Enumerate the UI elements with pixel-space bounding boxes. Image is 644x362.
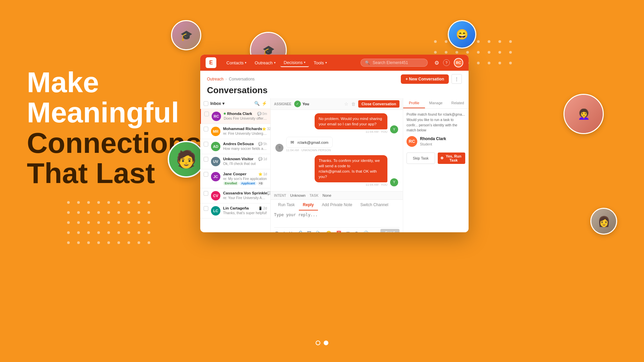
conv-body-6: Cassandra Von Sprinkle 💬 1d re: Your Fir… (223, 191, 267, 200)
dot-34 (138, 231, 140, 234)
conv-checkbox-6[interactable] (204, 191, 208, 196)
conv-checkbox-1[interactable] (204, 112, 209, 116)
conv-type-icon-6: 💬 (267, 191, 271, 195)
switch-channel-tab[interactable]: Switch Channel (356, 200, 392, 210)
breadcrumb-parent[interactable]: Outreach (207, 77, 223, 81)
bold-button[interactable]: B (274, 230, 280, 233)
emoji-button[interactable]: 😊 (325, 230, 333, 233)
conversation-item-4[interactable]: UV Unknown Visitor 💬 1d Ok, I'll check t… (200, 154, 270, 169)
nav-tools[interactable]: Tools ▾ (310, 59, 330, 67)
conv-preview-4: Ok, I'll check that out (223, 162, 267, 166)
conversation-item-5[interactable]: JC Jane Cooper ⭐ 1d re: My son's Fire ap… (200, 169, 270, 188)
clock-button[interactable]: 🕐 (362, 230, 370, 233)
page-dot-2[interactable] (324, 341, 328, 345)
search-icon: 🔍 (365, 60, 370, 65)
italic-button[interactable]: I (282, 230, 286, 233)
dot-30 (97, 231, 100, 234)
run-task-tab[interactable]: Run Task (274, 200, 299, 210)
user-avatar[interactable]: RC (454, 58, 463, 67)
reply-textarea[interactable] (274, 213, 399, 226)
dot-right-13 (488, 51, 490, 54)
link-button[interactable]: 🔗 (296, 230, 304, 233)
dot-21 (97, 221, 100, 224)
dot-7 (138, 201, 140, 204)
manage-tab[interactable]: Manage (425, 98, 447, 108)
conv-preview-1: Does Fire University offer an undergradu… (224, 116, 267, 120)
conv-checkbox-3[interactable] (204, 142, 208, 146)
image-button[interactable]: 🖼 (306, 230, 313, 233)
pagination (316, 341, 328, 345)
intent-value: Unknown (290, 193, 306, 197)
settings-icon[interactable]: ⚙ (434, 60, 439, 66)
message-meta-1: 11:04 AM · YOU (366, 130, 387, 133)
delete-button[interactable]: 🗑 (351, 102, 356, 107)
assignee-name: You (303, 102, 309, 106)
select-all-checkbox[interactable] (204, 101, 208, 106)
conv-checkbox-4[interactable] (204, 157, 208, 162)
add-note-tab[interactable]: Add Private Note (318, 200, 357, 210)
close-conversation-button[interactable]: Close Conversation (358, 100, 399, 108)
search-list-button[interactable]: 🔍 (254, 101, 260, 106)
dot-38 (87, 241, 90, 244)
dot-right-14 (498, 51, 501, 54)
dot-right-0 (434, 40, 437, 43)
conversation-item-1[interactable]: RC Rhonda Clark 💬 0m Does Fire Universit… (200, 109, 270, 124)
conversation-item-6[interactable]: CV Cassandra Von Sprinkle 💬 1d re: Your … (200, 188, 270, 203)
underline-button[interactable]: U (288, 230, 293, 233)
dot-right-6 (498, 40, 501, 43)
editor-toolbar: B I U 🔗 🖼 📎 😊 📅 ⊞ ⚙ 🕐 Send (274, 227, 399, 232)
conv-time-7: 2d (263, 206, 267, 210)
related-tab[interactable]: Related (447, 98, 469, 108)
conv-icons-5: ⭐ 1d (258, 172, 267, 176)
badge-+3: +3 (258, 181, 264, 185)
filter-button[interactable]: ⚡ (262, 101, 267, 106)
dot-19 (77, 221, 80, 224)
dot-35 (148, 231, 150, 234)
nav-outreach[interactable]: Outreach ▾ (251, 59, 279, 67)
conv-time-1: 0m (262, 112, 267, 116)
run-task-button[interactable]: ⊕ Yes, Run Task (438, 153, 466, 164)
conv-icons-6: 💬 1d (267, 191, 271, 195)
dot-18 (67, 221, 70, 224)
email-meta: 11:04 AM · UNKNOWN PERSON (286, 148, 333, 152)
search-input[interactable] (373, 60, 423, 65)
conv-time-4: 1d (263, 157, 267, 161)
conv-checkbox-5[interactable] (204, 172, 208, 177)
conv-name-5: Jane Cooper (223, 172, 247, 176)
dot-right-4 (477, 40, 480, 43)
conversation-item-7[interactable]: LC Lin Cartageña 📱 2d Thanks, that's sup… (200, 203, 270, 219)
new-conversation-button[interactable]: + New Conversation (401, 74, 449, 84)
inbox-button[interactable]: Inbox ▾ (210, 101, 224, 106)
nav-decisions[interactable]: Decisions ▾ (280, 59, 309, 67)
send-button[interactable]: Send (380, 229, 399, 232)
dot-36 (67, 241, 70, 244)
dot-25 (138, 221, 140, 224)
nav-logo[interactable]: E (206, 57, 216, 68)
conv-checkbox-2[interactable] (204, 127, 208, 131)
dot-0 (67, 201, 70, 204)
conv-checkbox-7[interactable] (204, 206, 208, 211)
dot-right-21 (488, 62, 490, 64)
nav-contacts[interactable]: Contacts ▾ (223, 59, 250, 67)
file-button[interactable]: 📎 (315, 230, 323, 233)
conversation-item-2[interactable]: MR Mohammad Richards ⭐ 32m re: Fire Univ… (200, 124, 270, 139)
hero-line1: Make (27, 66, 99, 98)
page-dot-1[interactable] (316, 341, 320, 345)
more-options-button[interactable]: ⋮ (451, 74, 462, 84)
profile-tab[interactable]: Profile (403, 98, 425, 108)
dot-5 (117, 201, 120, 204)
table-button[interactable]: ⊞ (345, 230, 351, 233)
reply-tab[interactable]: Reply (299, 200, 318, 210)
chat-toolbar: ASSIGNEE ✓ You ☆ 🗑 Close Conversation (271, 98, 403, 110)
message-row-1: Y No problem. Would you mind sharing you… (275, 113, 398, 133)
dot-12 (97, 211, 100, 214)
conv-avatar-5: JC (211, 172, 220, 181)
skip-task-button[interactable]: Skip Task (407, 153, 435, 164)
star-button[interactable]: ☆ (344, 101, 348, 107)
message-row-2: Y Thanks. To confirm your identity, we w… (275, 155, 398, 186)
help-icon[interactable]: ? (443, 59, 450, 66)
conversation-item-3[interactable]: AD Andres DeSouza 💬 5h How many soccer f… (200, 139, 270, 154)
settings2-button[interactable]: ⚙ (353, 230, 360, 233)
conv-icons-4: 💬 1d (258, 157, 267, 161)
calendar-button[interactable]: 📅 (335, 230, 343, 233)
